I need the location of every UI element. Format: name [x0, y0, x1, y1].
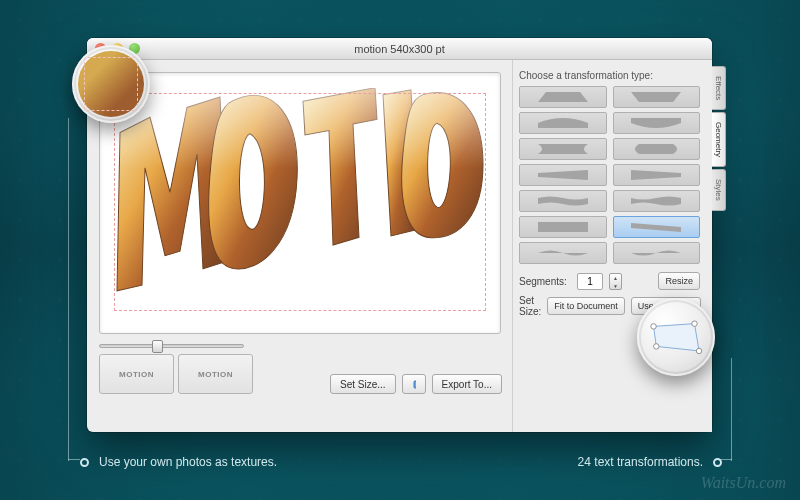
transform-option[interactable] [519, 164, 607, 186]
tab-effects[interactable]: Effects [712, 66, 726, 110]
watermark: WaitsUn.com [701, 474, 786, 492]
layer-thumbnail[interactable]: MOTION [178, 354, 253, 394]
svg-point-3 [691, 321, 696, 326]
tab-geometry[interactable]: Geometry [712, 112, 726, 167]
svg-point-4 [696, 348, 701, 353]
callout-text: 24 text transformations. [578, 455, 703, 469]
tab-styles[interactable]: Styles [712, 169, 726, 211]
callout-right: 24 text transformations. [578, 455, 722, 469]
transform-option[interactable] [613, 138, 701, 160]
magnifier-texture [72, 45, 150, 123]
transform-panel: Effects Geometry Styles Choose a transfo… [512, 60, 712, 432]
segments-label: Segments: [519, 276, 571, 287]
app-window: motion 540x300 pt [87, 38, 712, 432]
callout-line [731, 358, 732, 461]
callout-text: Use your own photos as textures. [99, 455, 277, 469]
transform-option[interactable] [519, 216, 607, 238]
export-dropdown[interactable] [402, 374, 426, 394]
export-icon [412, 378, 416, 390]
set-size-label: Set Size: [519, 295, 541, 317]
segments-stepper[interactable]: ▲▼ [609, 273, 622, 290]
text-artwork[interactable] [110, 88, 490, 318]
segments-input[interactable] [577, 273, 603, 290]
fit-document-button[interactable]: Fit to Document [547, 297, 625, 315]
callout-left: Use your own photos as textures. [80, 455, 277, 469]
callout-line [68, 118, 69, 461]
callout-dot-icon [713, 458, 722, 467]
callout-dot-icon [80, 458, 89, 467]
layer-thumbnail[interactable]: MOTION [99, 354, 174, 394]
transform-option[interactable] [613, 190, 701, 212]
transform-option[interactable] [613, 112, 701, 134]
transform-option[interactable] [519, 190, 607, 212]
callout-line [68, 459, 80, 460]
window-title: motion 540x300 pt [87, 43, 712, 55]
svg-point-5 [653, 343, 658, 348]
set-size-button[interactable]: Set Size... [330, 374, 396, 394]
transform-option[interactable] [613, 242, 701, 264]
transform-option[interactable] [613, 86, 701, 108]
export-button[interactable]: Export To... [432, 374, 502, 394]
thumbnail-label: MOTION [198, 370, 233, 379]
svg-rect-0 [110, 88, 490, 318]
slider-thumb[interactable] [152, 340, 163, 353]
transformation-grid [519, 86, 700, 264]
transform-option[interactable] [519, 242, 607, 264]
svg-point-2 [651, 323, 656, 328]
transform-option[interactable] [519, 138, 607, 160]
transform-option-selected[interactable] [613, 216, 701, 238]
thumbnail-label: MOTION [119, 370, 154, 379]
magnifier-transform [637, 298, 715, 376]
zoom-slider[interactable] [99, 344, 244, 348]
svg-rect-1 [414, 381, 416, 388]
transform-option[interactable] [519, 86, 607, 108]
transform-option[interactable] [613, 164, 701, 186]
canvas[interactable] [99, 72, 501, 334]
transform-option[interactable] [519, 112, 607, 134]
resize-button[interactable]: Resize [658, 272, 700, 290]
titlebar[interactable]: motion 540x300 pt [87, 38, 712, 60]
panel-heading: Choose a transformation type: [519, 70, 700, 81]
